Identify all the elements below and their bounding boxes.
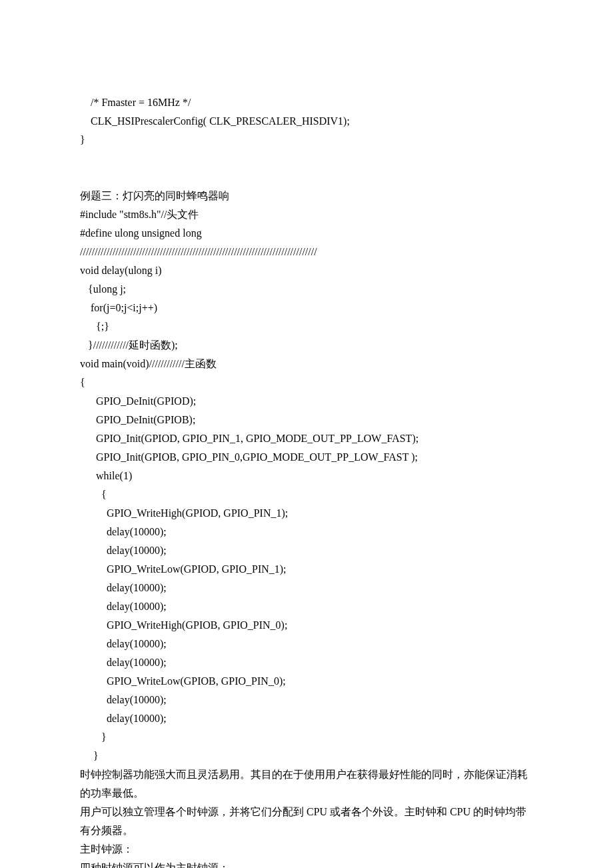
text-line: {ulong j;: [80, 280, 533, 299]
text-line: ////////////////////////////////////////…: [80, 243, 533, 261]
text-line: void main(void)////////////主函数: [80, 355, 533, 373]
text-line: delay(10000);: [80, 635, 533, 653]
text-line: }: [80, 728, 533, 747]
text-line: {;}: [80, 317, 533, 336]
text-line: }////////////延时函数);: [80, 336, 533, 355]
text-line: #include "stm8s.h"//头文件: [80, 205, 533, 224]
text-line: delay(10000);: [80, 523, 533, 541]
text-line: delay(10000);: [80, 709, 533, 728]
text-line: void delay(ulong i): [80, 261, 533, 280]
text-line: GPIO_DeInit(GPIOB);: [80, 411, 533, 429]
text-line: 主时钟源：: [80, 840, 533, 859]
text-line: 用户可以独立管理各个时钟源，并将它们分配到 CPU 或者各个外设。主时钟和 CP…: [80, 803, 533, 840]
text-line: }: [80, 131, 533, 149]
text-line: GPIO_Init(GPIOB, GPIO_PIN_0,GPIO_MODE_OU…: [80, 448, 533, 467]
text-line: GPIO_WriteLow(GPIOD, GPIO_PIN_1);: [80, 560, 533, 579]
text-line: GPIO_Init(GPIOD, GPIO_PIN_1, GPIO_MODE_O…: [80, 429, 533, 448]
text-line: 四种时钟源可以作为主时钟源：: [80, 859, 533, 868]
text-line: while(1): [80, 467, 533, 485]
text-line: delay(10000);: [80, 653, 533, 672]
document-page: /* Fmaster = 16MHz */ CLK_HSIPrescalerCo…: [0, 0, 613, 868]
text-line: GPIO_DeInit(GPIOD);: [80, 392, 533, 411]
text-line: GPIO_WriteHigh(GPIOD, GPIO_PIN_1);: [80, 504, 533, 523]
text-line: #define ulong unsigned long: [80, 224, 533, 243]
text-line: for(j=0;j<i;j++): [80, 299, 533, 317]
text-line: delay(10000);: [80, 579, 533, 597]
text-line: }: [80, 747, 533, 765]
text-line: delay(10000);: [80, 691, 533, 709]
text-line: [80, 168, 533, 187]
text-line: CLK_HSIPrescalerConfig( CLK_PRESCALER_HI…: [80, 112, 533, 131]
text-line: 例题三：灯闪亮的同时蜂鸣器响: [80, 187, 533, 205]
text-line: delay(10000);: [80, 541, 533, 560]
text-line: [80, 149, 533, 168]
text-line: {: [80, 485, 533, 504]
text-line: delay(10000);: [80, 597, 533, 616]
text-line: 时钟控制器功能强大而且灵活易用。其目的在于使用用户在获得最好性能的同时，亦能保证…: [80, 765, 533, 803]
text-line: /* Fmaster = 16MHz */: [80, 93, 533, 112]
text-line: GPIO_WriteHigh(GPIOB, GPIO_PIN_0);: [80, 616, 533, 635]
text-line: {: [80, 373, 533, 392]
text-line: GPIO_WriteLow(GPIOB, GPIO_PIN_0);: [80, 672, 533, 691]
